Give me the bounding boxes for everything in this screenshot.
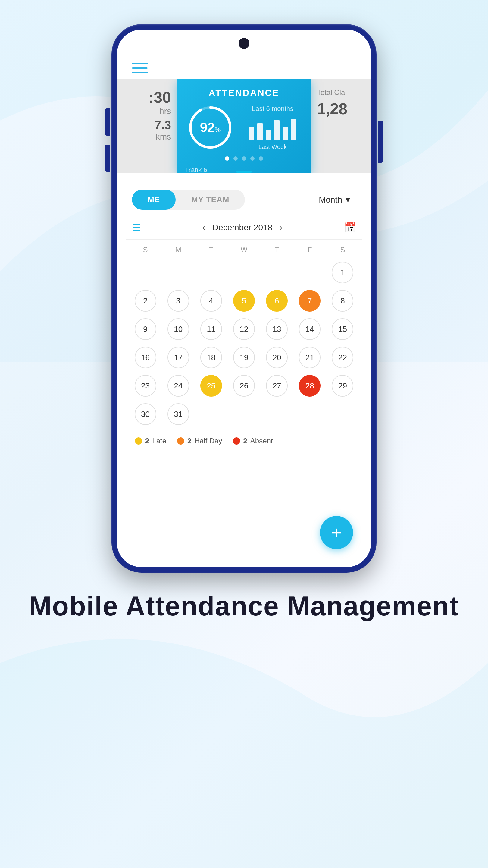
cal-day-5[interactable]: 5 bbox=[227, 288, 260, 313]
cal-day-14[interactable]: 14 bbox=[293, 317, 326, 341]
dots-row bbox=[225, 156, 263, 161]
last-6-months-label: Last 6 months bbox=[252, 105, 293, 113]
attendance-percentage: 92 bbox=[200, 120, 215, 135]
calendar-view-icon[interactable]: 📅 bbox=[344, 222, 356, 233]
dot-4[interactable] bbox=[250, 156, 255, 161]
late-legend: 2 Late bbox=[135, 437, 166, 445]
cal-day-19[interactable]: 19 bbox=[227, 345, 260, 370]
cal-day-18[interactable]: 18 bbox=[195, 345, 227, 370]
late-dot bbox=[135, 437, 142, 444]
month-nav: ‹ December 2018 › bbox=[202, 223, 283, 232]
cal-day-13[interactable]: 13 bbox=[261, 317, 293, 341]
cal-day-25[interactable]: 25 bbox=[195, 373, 227, 398]
legend-row: 2 Late 2 Half Day 2 Absent bbox=[126, 430, 362, 445]
card-right: Total Clai 1,28 bbox=[311, 79, 371, 173]
my-team-tab[interactable]: MY TEAM bbox=[175, 190, 245, 210]
cal-day-empty-3 bbox=[195, 260, 227, 285]
chevron-down-icon: ▾ bbox=[346, 195, 350, 205]
dot-2[interactable] bbox=[233, 156, 238, 161]
half-day-legend: 2 Half Day bbox=[177, 437, 222, 445]
cal-day-27[interactable]: 27 bbox=[261, 373, 293, 398]
calendar-section: ☰ ‹ December 2018 › 📅 S M T W bbox=[117, 216, 371, 567]
half-day-label: Half Day bbox=[194, 437, 222, 445]
bar-chart bbox=[249, 116, 296, 141]
rank-label: Rank 6 bbox=[186, 166, 207, 173]
cal-day-6[interactable]: 6 bbox=[261, 288, 293, 313]
volume-btn-down bbox=[105, 145, 110, 172]
toggle-row: ME MY TEAM Month ▾ bbox=[117, 179, 371, 216]
menu-icon[interactable] bbox=[132, 63, 148, 73]
cal-day-9[interactable]: 9 bbox=[129, 317, 162, 341]
cal-day-30[interactable]: 30 bbox=[129, 402, 162, 427]
cal-day-empty-6 bbox=[293, 260, 326, 285]
bar-4 bbox=[274, 120, 280, 141]
attendance-card: ATTENDANCE 92% bbox=[177, 79, 311, 173]
cal-day-28[interactable]: 28 bbox=[293, 373, 326, 398]
cal-day-29[interactable]: 29 bbox=[326, 373, 359, 398]
me-tab[interactable]: ME bbox=[132, 190, 175, 210]
cal-day-2[interactable]: 2 bbox=[129, 288, 162, 313]
day-header-m: M bbox=[162, 246, 195, 254]
phone-frame: :30 hrs 7.3 kms ATTENDANCE bbox=[111, 24, 377, 572]
calendar-grid: 1 2 3 4 5 6 7 8 9 10 11 12 13 bbox=[126, 257, 362, 430]
cal-day-7[interactable]: 7 bbox=[293, 288, 326, 313]
month-year-label: December 2018 bbox=[213, 223, 272, 232]
camera-notch bbox=[238, 38, 250, 49]
hours-value: :30 bbox=[149, 88, 171, 106]
day-header-s1: S bbox=[129, 246, 162, 254]
cal-day-24[interactable]: 24 bbox=[162, 373, 195, 398]
power-btn bbox=[378, 121, 383, 163]
cal-day-3[interactable]: 3 bbox=[162, 288, 195, 313]
add-button[interactable]: + bbox=[320, 516, 353, 549]
day-header-t1: T bbox=[195, 246, 227, 254]
card-left: :30 hrs 7.3 kms bbox=[117, 79, 177, 173]
list-view-icon[interactable]: ☰ bbox=[132, 222, 141, 233]
dot-3[interactable] bbox=[242, 156, 246, 161]
top-bar bbox=[117, 57, 371, 79]
cal-day-20[interactable]: 20 bbox=[261, 345, 293, 370]
cal-day-10[interactable]: 10 bbox=[162, 317, 195, 341]
cal-day-4[interactable]: 4 bbox=[195, 288, 227, 313]
bar-3 bbox=[266, 130, 271, 141]
cal-day-11[interactable]: 11 bbox=[195, 317, 227, 341]
kms-value: 7.3 bbox=[154, 119, 171, 132]
calendar-header: ☰ ‹ December 2018 › 📅 bbox=[126, 216, 362, 240]
cal-day-22[interactable]: 22 bbox=[326, 345, 359, 370]
bar-2 bbox=[257, 123, 263, 141]
hamburger-line-1 bbox=[132, 63, 148, 64]
absent-legend: 2 Absent bbox=[233, 437, 272, 445]
cal-day-21[interactable]: 21 bbox=[293, 345, 326, 370]
bar-6 bbox=[291, 119, 296, 141]
month-selector[interactable]: Month ▾ bbox=[313, 192, 356, 208]
cal-day-15[interactable]: 15 bbox=[326, 317, 359, 341]
prev-month-button[interactable]: ‹ bbox=[202, 223, 205, 232]
cal-day-17[interactable]: 17 bbox=[162, 345, 195, 370]
late-count: 2 bbox=[145, 437, 149, 445]
cards-strip: :30 hrs 7.3 kms ATTENDANCE bbox=[117, 79, 371, 173]
cal-day-empty-2 bbox=[162, 260, 195, 285]
last-week-label: Last Week bbox=[258, 144, 287, 150]
day-header-t2: T bbox=[261, 246, 293, 254]
dot-1[interactable] bbox=[225, 156, 229, 161]
cal-day-26[interactable]: 26 bbox=[227, 373, 260, 398]
absent-dot bbox=[233, 437, 240, 444]
bottom-title: Mobile Attendance Management bbox=[29, 591, 459, 622]
day-header-w: W bbox=[227, 246, 260, 254]
cal-day-23[interactable]: 23 bbox=[129, 373, 162, 398]
absent-label: Absent bbox=[250, 437, 273, 445]
attendance-title: ATTENDANCE bbox=[209, 88, 279, 98]
cal-day-12[interactable]: 12 bbox=[227, 317, 260, 341]
next-month-button[interactable]: › bbox=[280, 223, 282, 232]
volume-btn-up bbox=[105, 108, 110, 135]
bar-1 bbox=[249, 127, 254, 141]
dot-5[interactable] bbox=[259, 156, 263, 161]
cal-day-31[interactable]: 31 bbox=[162, 402, 195, 427]
kms-label: kms bbox=[156, 132, 171, 142]
day-header-s2: S bbox=[326, 246, 359, 254]
month-filter-label: Month bbox=[319, 195, 342, 205]
cal-day-16[interactable]: 16 bbox=[129, 345, 162, 370]
cal-day-1[interactable]: 1 bbox=[326, 260, 359, 285]
cal-day-8[interactable]: 8 bbox=[326, 288, 359, 313]
attendance-circle: 92% bbox=[186, 103, 234, 152]
absent-count: 2 bbox=[243, 437, 247, 445]
